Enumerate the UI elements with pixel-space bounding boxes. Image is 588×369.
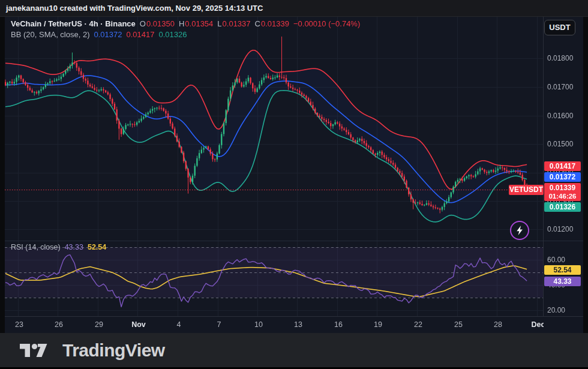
time-axis-label: 10	[254, 320, 263, 329]
price-axis-badge: 0.01417	[544, 161, 581, 171]
time-axis-label: 28	[494, 320, 502, 329]
chart-canvas[interactable]	[5, 17, 583, 333]
axis-tick-label: 0.01700	[547, 82, 582, 92]
rsi-ma-value: 52.54	[88, 243, 106, 251]
time-axis-label: Nov	[131, 320, 146, 329]
quick-trade-button[interactable]	[510, 221, 529, 240]
main-legend: VeChain / TetherUS · 4h · Binance O0.013…	[11, 19, 360, 28]
time-axis-label: 13	[294, 320, 302, 329]
attribution-text: janekananu10 created with TradingView.co…	[6, 4, 263, 13]
axis-tick-label: 0.01600	[547, 111, 582, 121]
axis-tick-label: 0.01800	[547, 53, 582, 63]
attribution-bar: janekananu10 created with TradingView.co…	[0, 0, 588, 17]
axis-tick-label: 0.01500	[547, 139, 582, 149]
tradingview-logo-icon[interactable]	[20, 342, 55, 359]
currency-toggle-button[interactable]: USDT	[544, 20, 575, 35]
time-axis-label: 19	[374, 320, 382, 329]
price-line-symbol-label: VETUSDT	[509, 185, 544, 195]
time-axis-label: 23	[15, 320, 23, 329]
price-axis-badge: 43.33	[544, 277, 581, 286]
chart-panel: VeChain / TetherUS · 4h · Binance O0.013…	[5, 17, 583, 333]
ohlc-close: C0.01339	[255, 19, 289, 28]
time-axis[interactable]: 232629Nov4710131619222528Dec	[5, 316, 544, 333]
ohlc-high: H0.01354	[179, 19, 213, 28]
time-axis-label: 4	[177, 320, 181, 329]
bb-label[interactable]: BB (20, SMA, close, 2)	[11, 30, 90, 39]
time-axis-label: 22	[414, 320, 422, 329]
time-axis-label: 29	[95, 320, 103, 329]
lightning-bolt-icon	[515, 225, 524, 236]
ohlc-low: L0.01337	[217, 19, 250, 28]
bb-basis-value: 0.01372	[94, 30, 122, 39]
time-axis-label: 7	[217, 320, 221, 329]
time-axis-label: Dec	[532, 320, 544, 329]
symbol-title[interactable]: VeChain / TetherUS · 4h · Binance	[11, 19, 136, 28]
price-axis-badge: 0.01326	[544, 202, 581, 212]
time-axis-label: 16	[334, 320, 343, 329]
price-axis-badge: 0.01372	[544, 172, 581, 182]
rsi-value: 43.33	[65, 243, 83, 251]
screenshot-root: janekananu10 created with TradingView.co…	[0, 0, 588, 369]
bb-legend: BB (20, SMA, close, 2) 0.01372 0.01417 0…	[11, 30, 187, 39]
rsi-label[interactable]: RSI (14, close)	[11, 243, 61, 251]
rsi-legend: RSI (14, close) 43.33 52.54	[11, 243, 106, 251]
logo-bar: TradingView	[0, 333, 588, 367]
countdown-timer: 01:46:26	[544, 193, 581, 201]
time-axis-label: 25	[454, 320, 463, 329]
time-axis-label: 26	[55, 320, 63, 329]
price-change: −0.00010 (−0.74%)	[293, 19, 360, 28]
axis-tick-label: 0.01200	[547, 224, 582, 234]
price-axis-badge: 52.54	[544, 265, 581, 275]
axis-tick-label: 60.00	[547, 255, 582, 265]
tradingview-logo-text[interactable]: TradingView	[62, 340, 165, 361]
axis-tick-label: 20.00	[547, 305, 582, 315]
ohlc-open: O0.01350	[140, 19, 175, 28]
bb-upper-value: 0.01417	[127, 30, 155, 39]
price-axis-badge: 0.0133901:46:26	[544, 183, 581, 201]
bb-lower-value: 0.01326	[159, 30, 187, 39]
